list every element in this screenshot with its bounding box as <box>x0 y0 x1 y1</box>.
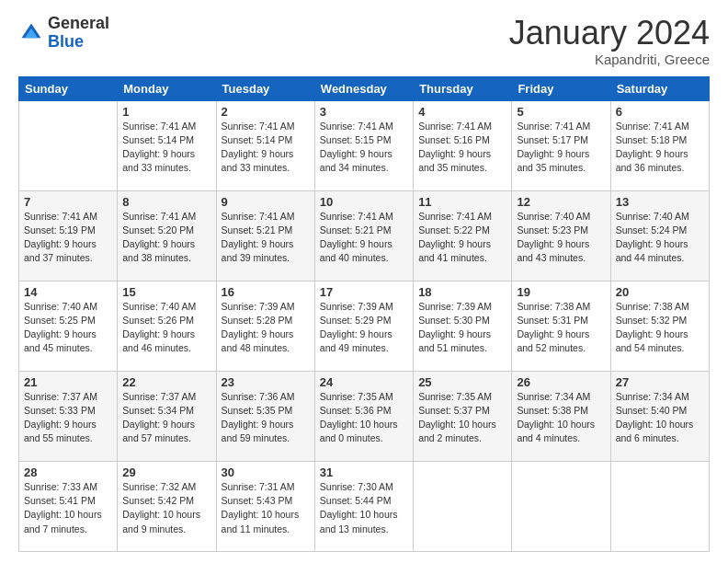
day-number: 13 <box>616 195 704 209</box>
calendar-cell: 29Sunrise: 7:32 AM Sunset: 5:42 PM Dayli… <box>118 461 216 551</box>
day-number: 18 <box>418 285 506 299</box>
day-info: Sunrise: 7:37 AM Sunset: 5:34 PM Dayligh… <box>122 390 210 446</box>
day-number: 21 <box>24 375 112 389</box>
calendar-header-saturday: Saturday <box>610 76 709 100</box>
day-info: Sunrise: 7:41 AM Sunset: 5:14 PM Dayligh… <box>122 120 210 176</box>
day-number: 29 <box>122 465 210 479</box>
calendar-cell: 9Sunrise: 7:41 AM Sunset: 5:21 PM Daylig… <box>216 190 314 281</box>
calendar-cell: 3Sunrise: 7:41 AM Sunset: 5:15 PM Daylig… <box>314 100 413 190</box>
logo-icon <box>18 20 44 46</box>
day-number: 2 <box>222 105 310 119</box>
calendar-cell: 19Sunrise: 7:38 AM Sunset: 5:31 PM Dayli… <box>512 281 610 371</box>
logo: General Blue <box>18 15 109 52</box>
day-number: 31 <box>320 465 408 479</box>
calendar-cell: 16Sunrise: 7:39 AM Sunset: 5:28 PM Dayli… <box>216 281 314 371</box>
day-number: 22 <box>122 375 210 389</box>
day-number: 14 <box>24 285 112 299</box>
month-title: January 2024 <box>509 15 710 52</box>
calendar-cell: 24Sunrise: 7:35 AM Sunset: 5:36 PM Dayli… <box>314 371 413 461</box>
calendar-cell: 11Sunrise: 7:41 AM Sunset: 5:22 PM Dayli… <box>414 190 512 281</box>
day-number: 10 <box>320 195 408 209</box>
day-number: 20 <box>616 285 704 299</box>
calendar-cell: 13Sunrise: 7:40 AM Sunset: 5:24 PM Dayli… <box>610 190 709 281</box>
day-info: Sunrise: 7:31 AM Sunset: 5:43 PM Dayligh… <box>222 480 310 536</box>
calendar-cell: 28Sunrise: 7:33 AM Sunset: 5:41 PM Dayli… <box>19 461 118 551</box>
day-info: Sunrise: 7:34 AM Sunset: 5:38 PM Dayligh… <box>517 390 605 446</box>
day-info: Sunrise: 7:36 AM Sunset: 5:35 PM Dayligh… <box>222 390 310 446</box>
calendar-cell <box>19 100 118 190</box>
calendar-header-tuesday: Tuesday <box>216 76 314 100</box>
day-number: 1 <box>122 105 210 119</box>
day-info: Sunrise: 7:41 AM Sunset: 5:21 PM Dayligh… <box>222 210 310 266</box>
day-info: Sunrise: 7:39 AM Sunset: 5:28 PM Dayligh… <box>222 300 310 356</box>
location: Kapandriti, Greece <box>509 52 710 67</box>
calendar-cell: 6Sunrise: 7:41 AM Sunset: 5:18 PM Daylig… <box>610 100 709 190</box>
day-info: Sunrise: 7:41 AM Sunset: 5:14 PM Dayligh… <box>222 120 310 176</box>
calendar-cell: 22Sunrise: 7:37 AM Sunset: 5:34 PM Dayli… <box>118 371 216 461</box>
day-number: 6 <box>616 105 704 119</box>
calendar-cell <box>512 461 610 551</box>
day-number: 8 <box>122 195 210 209</box>
day-number: 26 <box>517 375 605 389</box>
calendar-cell: 7Sunrise: 7:41 AM Sunset: 5:19 PM Daylig… <box>19 190 118 281</box>
calendar-cell: 4Sunrise: 7:41 AM Sunset: 5:16 PM Daylig… <box>414 100 512 190</box>
day-info: Sunrise: 7:40 AM Sunset: 5:25 PM Dayligh… <box>24 300 112 356</box>
calendar-cell: 27Sunrise: 7:34 AM Sunset: 5:40 PM Dayli… <box>610 371 709 461</box>
day-number: 4 <box>418 105 506 119</box>
logo-general: General <box>48 14 109 32</box>
calendar-cell <box>414 461 512 551</box>
day-info: Sunrise: 7:41 AM Sunset: 5:19 PM Dayligh… <box>24 210 112 266</box>
calendar-week-3: 14Sunrise: 7:40 AM Sunset: 5:25 PM Dayli… <box>19 281 710 371</box>
day-info: Sunrise: 7:41 AM Sunset: 5:17 PM Dayligh… <box>517 120 605 176</box>
day-info: Sunrise: 7:40 AM Sunset: 5:24 PM Dayligh… <box>616 210 704 266</box>
day-info: Sunrise: 7:35 AM Sunset: 5:37 PM Dayligh… <box>418 390 506 446</box>
day-info: Sunrise: 7:37 AM Sunset: 5:33 PM Dayligh… <box>24 390 112 446</box>
day-info: Sunrise: 7:38 AM Sunset: 5:31 PM Dayligh… <box>517 300 605 356</box>
calendar-cell: 26Sunrise: 7:34 AM Sunset: 5:38 PM Dayli… <box>512 371 610 461</box>
day-number: 24 <box>320 375 408 389</box>
day-number: 15 <box>122 285 210 299</box>
day-number: 9 <box>222 195 310 209</box>
calendar-cell: 25Sunrise: 7:35 AM Sunset: 5:37 PM Dayli… <box>414 371 512 461</box>
calendar-cell: 23Sunrise: 7:36 AM Sunset: 5:35 PM Dayli… <box>216 371 314 461</box>
day-info: Sunrise: 7:41 AM Sunset: 5:20 PM Dayligh… <box>122 210 210 266</box>
calendar-cell: 15Sunrise: 7:40 AM Sunset: 5:26 PM Dayli… <box>118 281 216 371</box>
day-info: Sunrise: 7:40 AM Sunset: 5:23 PM Dayligh… <box>517 210 605 266</box>
calendar-header-friday: Friday <box>512 76 610 100</box>
title-block: January 2024 Kapandriti, Greece <box>509 15 710 67</box>
day-number: 19 <box>517 285 605 299</box>
calendar-cell: 5Sunrise: 7:41 AM Sunset: 5:17 PM Daylig… <box>512 100 610 190</box>
page: General Blue January 2024 Kapandriti, Gr… <box>0 0 728 563</box>
calendar-header-wednesday: Wednesday <box>314 76 413 100</box>
day-info: Sunrise: 7:41 AM Sunset: 5:15 PM Dayligh… <box>320 120 408 176</box>
calendar-cell: 2Sunrise: 7:41 AM Sunset: 5:14 PM Daylig… <box>216 100 314 190</box>
day-number: 23 <box>222 375 310 389</box>
day-number: 3 <box>320 105 408 119</box>
calendar-week-4: 21Sunrise: 7:37 AM Sunset: 5:33 PM Dayli… <box>19 371 710 461</box>
calendar-week-5: 28Sunrise: 7:33 AM Sunset: 5:41 PM Dayli… <box>19 461 710 551</box>
day-info: Sunrise: 7:39 AM Sunset: 5:30 PM Dayligh… <box>418 300 506 356</box>
day-info: Sunrise: 7:30 AM Sunset: 5:44 PM Dayligh… <box>320 480 408 536</box>
day-info: Sunrise: 7:39 AM Sunset: 5:29 PM Dayligh… <box>320 300 408 356</box>
day-info: Sunrise: 7:41 AM Sunset: 5:18 PM Dayligh… <box>616 120 704 176</box>
day-info: Sunrise: 7:34 AM Sunset: 5:40 PM Dayligh… <box>616 390 704 446</box>
logo-blue: Blue <box>48 32 84 51</box>
day-info: Sunrise: 7:38 AM Sunset: 5:32 PM Dayligh… <box>616 300 704 356</box>
day-info: Sunrise: 7:32 AM Sunset: 5:42 PM Dayligh… <box>122 480 210 536</box>
logo-text: General Blue <box>48 15 109 52</box>
calendar-cell: 14Sunrise: 7:40 AM Sunset: 5:25 PM Dayli… <box>19 281 118 371</box>
calendar-cell <box>610 461 709 551</box>
calendar-week-2: 7Sunrise: 7:41 AM Sunset: 5:19 PM Daylig… <box>19 190 710 281</box>
day-number: 11 <box>418 195 506 209</box>
calendar-header-thursday: Thursday <box>414 76 512 100</box>
day-info: Sunrise: 7:33 AM Sunset: 5:41 PM Dayligh… <box>24 480 112 536</box>
calendar-cell: 30Sunrise: 7:31 AM Sunset: 5:43 PM Dayli… <box>216 461 314 551</box>
day-info: Sunrise: 7:41 AM Sunset: 5:21 PM Dayligh… <box>320 210 408 266</box>
calendar-cell: 20Sunrise: 7:38 AM Sunset: 5:32 PM Dayli… <box>610 281 709 371</box>
day-number: 30 <box>222 465 310 479</box>
calendar-cell: 10Sunrise: 7:41 AM Sunset: 5:21 PM Dayli… <box>314 190 413 281</box>
day-info: Sunrise: 7:41 AM Sunset: 5:22 PM Dayligh… <box>418 210 506 266</box>
day-number: 12 <box>517 195 605 209</box>
day-number: 25 <box>418 375 506 389</box>
calendar-cell: 12Sunrise: 7:40 AM Sunset: 5:23 PM Dayli… <box>512 190 610 281</box>
